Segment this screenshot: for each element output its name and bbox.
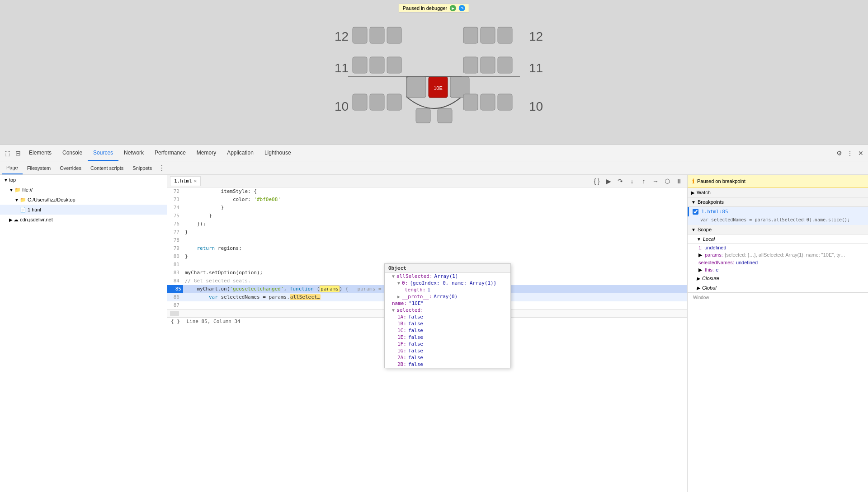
- tab-lighthouse[interactable]: Lighthouse: [259, 145, 297, 161]
- scope-section-header[interactable]: ▼ Scope: [688, 225, 868, 234]
- tree-arrow-top: ▼: [4, 178, 8, 183]
- seat-chart: 12 12 11 11 10 10 10E: [321, 18, 547, 136]
- tree-label-desktop: C:/Users/fizz/Desktop: [28, 197, 75, 202]
- breakpoints-section-header[interactable]: ▼ Breakpoints: [688, 197, 868, 207]
- scope-item-selectedNames: selectedNames: undefined: [688, 259, 868, 266]
- code-toolbar-right: { } ▶ ↷ ↓ ↑ → ⬡ ⏸: [591, 176, 684, 187]
- tab-performance[interactable]: Performance: [149, 145, 191, 161]
- breakpoint-checkbox[interactable]: [693, 209, 698, 215]
- step-button[interactable]: ↷: [459, 5, 465, 11]
- step-over-button[interactable]: ↷: [615, 176, 626, 187]
- tab-memory[interactable]: Memory: [191, 145, 222, 161]
- breakpoints-label: Breakpoints: [698, 199, 724, 205]
- scope-closure-header[interactable]: ▶ Closure: [688, 274, 868, 283]
- tab-sources[interactable]: Sources: [88, 145, 118, 161]
- svg-rect-10: [481, 27, 495, 43]
- breakpoint-file: 1.html:85: [701, 209, 728, 215]
- svg-rect-13: [370, 57, 384, 73]
- subtab-page[interactable]: Page: [2, 161, 23, 174]
- tooltip-row-1E: 1E: false: [385, 334, 510, 341]
- tree-item-top[interactable]: ▼ top: [0, 175, 167, 185]
- svg-rect-27: [463, 94, 478, 110]
- scope-window-note: Window: [688, 293, 868, 302]
- format-button[interactable]: { }: [591, 176, 602, 187]
- tree-label-cdn: cdn.jsdelivr.net: [20, 217, 53, 222]
- tab-network[interactable]: Network: [118, 145, 149, 161]
- svg-text:11: 11: [335, 61, 349, 75]
- svg-rect-7: [370, 27, 384, 43]
- global-label: Global: [702, 285, 717, 291]
- close-devtools-button[interactable]: ✕: [855, 148, 866, 159]
- code-filename: 1.html: [174, 178, 192, 184]
- device-toolbar-button[interactable]: ⊟: [13, 148, 24, 159]
- tree-item-desktop[interactable]: ▼ 📁 C:/Users/fizz/Desktop: [0, 195, 167, 205]
- pause-exceptions-button[interactable]: ⏸: [674, 176, 684, 187]
- subtab-snippets[interactable]: Snippets: [128, 161, 156, 174]
- cloud-icon: ☁: [14, 217, 19, 223]
- code-line-77: 77 }: [167, 228, 687, 236]
- tab-application[interactable]: Application: [222, 145, 259, 161]
- svg-rect-6: [353, 27, 367, 43]
- svg-rect-26: [387, 94, 401, 110]
- code-editor[interactable]: 72 itemStyle: { 73 color: '#bf0e08' 74 }…: [167, 187, 687, 317]
- file-icon: 📁: [14, 187, 21, 193]
- tooltip-row-1F: 1F: false: [385, 341, 510, 347]
- tree-arrow-desktop: ▼: [14, 197, 19, 202]
- paused-banner: ℹ Paused on breakpoint: [688, 175, 868, 188]
- code-line-74: 74 }: [167, 204, 687, 212]
- svg-text:12: 12: [529, 29, 543, 43]
- tab-elements[interactable]: Elements: [24, 145, 57, 161]
- code-line-72: 72 itemStyle: {: [167, 187, 687, 196]
- folder-icon: 📁: [20, 197, 26, 203]
- svg-text:10E: 10E: [434, 85, 443, 91]
- tree-item-cdn[interactable]: ▶ ☁ cdn.jsdelivr.net: [0, 215, 167, 225]
- deactivate-bp-button[interactable]: ⬡: [662, 176, 673, 187]
- inspect-element-button[interactable]: ⬚: [2, 148, 13, 159]
- devtools-subtabs: Page Filesystem Overrides Content script…: [0, 161, 868, 175]
- code-panel[interactable]: 1.html ✕ { } ▶ ↷ ↓ ↑ → ⬡ ⏸ 72: [167, 175, 687, 492]
- svg-rect-24: [353, 94, 367, 110]
- scope-global-header[interactable]: ▶ Global: [688, 283, 868, 293]
- closure-label: Closure: [702, 276, 719, 281]
- tree-item-file[interactable]: ▼ 📁 file://: [0, 185, 167, 195]
- local-scope-header[interactable]: ▼ Local: [688, 234, 868, 244]
- step-out-button[interactable]: ↑: [638, 176, 649, 187]
- tab-console[interactable]: Console: [57, 145, 88, 161]
- paused-text: Paused on breakpoint: [697, 178, 745, 184]
- subtab-more-button[interactable]: ⋮: [156, 163, 167, 173]
- file-tree-panel: ▼ top ▼ 📁 file:// ▼ 📁 C:/Users/fizz/Desk…: [0, 175, 167, 492]
- variable-tooltip: Object ▼ allSelected: Array(1) ▼ 0: {geo…: [384, 263, 511, 368]
- tooltip-row-selected: ▼ selected:: [385, 307, 510, 314]
- preview-area: Paused in debugger ▶ ↷ 12 12 11 11 10 10: [0, 0, 868, 145]
- tooltip-row-0: ▼ 0: {geoIndex: 0, name: Array(1)}: [385, 280, 510, 286]
- debugger-panel: ℹ Paused on breakpoint ▶ Watch ▼ Breakpo…: [687, 175, 868, 492]
- svg-rect-15: [463, 57, 478, 73]
- resume-exec-button[interactable]: ▶: [603, 176, 614, 187]
- tooltip-row-2A: 2A: false: [385, 354, 510, 361]
- code-tab-close[interactable]: ✕: [194, 178, 197, 184]
- subtab-overrides[interactable]: Overrides: [55, 161, 86, 174]
- local-label: Local: [703, 236, 715, 242]
- svg-rect-22: [416, 108, 430, 123]
- step-into-button[interactable]: ↓: [627, 176, 637, 187]
- svg-text:10: 10: [335, 99, 349, 113]
- resume-button[interactable]: ▶: [450, 5, 456, 11]
- paused-icon: ℹ: [692, 178, 694, 185]
- subtab-content-scripts[interactable]: Content scripts: [86, 161, 128, 174]
- settings-button[interactable]: ⚙: [834, 148, 844, 159]
- tooltip-row-1B: 1B: false: [385, 320, 510, 327]
- pause-banner: Paused in debugger ▶ ↷: [399, 4, 469, 13]
- code-scrollbar[interactable]: [170, 311, 179, 316]
- watch-section-header[interactable]: ▶ Watch: [688, 188, 868, 197]
- tree-label-html: 1.html: [28, 207, 41, 212]
- more-button[interactable]: ⋮: [844, 148, 855, 159]
- svg-rect-25: [370, 94, 384, 110]
- step-button2[interactable]: →: [650, 176, 661, 187]
- subtab-filesystem[interactable]: Filesystem: [23, 161, 56, 174]
- code-file-tab[interactable]: 1.html ✕: [170, 176, 201, 186]
- tree-item-html[interactable]: 📄 1.html: [0, 205, 167, 215]
- code-line-78: 78: [167, 236, 687, 244]
- svg-rect-9: [463, 27, 478, 43]
- svg-rect-11: [498, 27, 512, 43]
- code-line-73: 73 color: '#bf0e08': [167, 196, 687, 204]
